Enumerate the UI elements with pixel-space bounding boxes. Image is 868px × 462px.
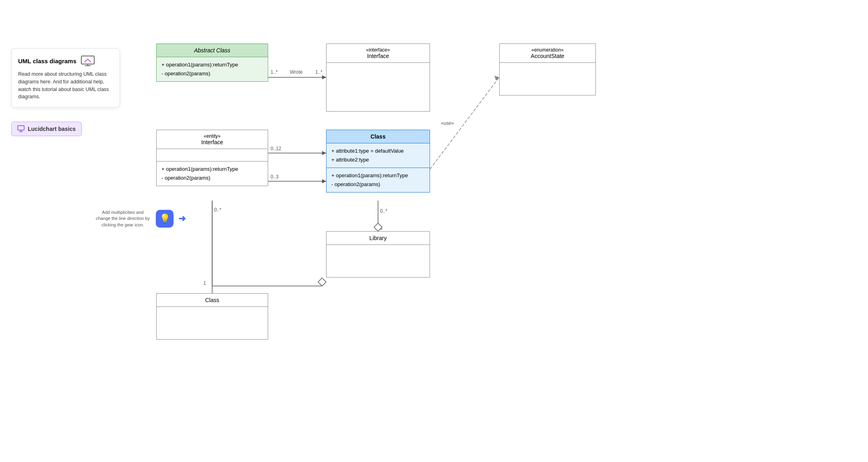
entity-interface-header: «entity» Interface bbox=[157, 130, 268, 149]
hint-lightbulb-icon: 💡 bbox=[156, 210, 174, 228]
abstract-class-header: Abstract Class bbox=[157, 44, 268, 57]
hint-box: Add multiplicities and change the line d… bbox=[95, 209, 186, 228]
monitor-small-icon bbox=[17, 125, 25, 133]
svg-marker-20 bbox=[374, 223, 382, 231]
svg-marker-27 bbox=[494, 76, 499, 81]
info-card-header: UML class diagrams bbox=[18, 55, 113, 66]
interface-top-title: Interface bbox=[331, 53, 425, 59]
enumeration-header: «enumeration» AccountState bbox=[500, 44, 595, 63]
monitor-icon bbox=[81, 55, 95, 66]
abstract-class-title: Abstract Class bbox=[161, 47, 263, 54]
class-blue-title: Class bbox=[331, 133, 425, 140]
svg-text:0..*: 0..* bbox=[214, 207, 221, 213]
hint-arrow-icon: ➜ bbox=[178, 213, 186, 224]
library-header: Library bbox=[327, 232, 430, 245]
lucidchart-basics-label: Lucidchart basics bbox=[28, 126, 76, 132]
entity-interface-ops: + operation1(params):returnType - operat… bbox=[157, 161, 268, 186]
svg-text:1: 1 bbox=[380, 225, 383, 231]
svg-text:0..3: 0..3 bbox=[271, 174, 279, 180]
info-card: UML class diagrams Read more about struc… bbox=[11, 48, 120, 108]
bottom-class-header: Class bbox=[157, 294, 268, 307]
svg-text:Wrote: Wrote bbox=[290, 69, 303, 75]
entity-interface-title: Interface bbox=[161, 139, 263, 145]
connections-svg: 1..* Wrote 1..* 0..12 0..3 0..* 1 0..* 1… bbox=[0, 0, 868, 462]
interface-top-body bbox=[327, 63, 430, 111]
bottom-class-title: Class bbox=[161, 297, 263, 303]
svg-line-26 bbox=[430, 77, 499, 169]
library-body bbox=[327, 245, 430, 277]
lucidchart-basics-button[interactable]: Lucidchart basics bbox=[11, 122, 82, 136]
svg-text:0..12: 0..12 bbox=[271, 146, 281, 151]
bottom-class-body bbox=[157, 307, 268, 339]
svg-rect-0 bbox=[81, 56, 94, 64]
class-blue-header: Class bbox=[327, 130, 430, 143]
bottom-class-box: Class bbox=[156, 293, 268, 340]
svg-text:1..*: 1..* bbox=[315, 69, 322, 75]
svg-marker-12 bbox=[322, 151, 326, 155]
interface-top-stereotype: «interface» bbox=[331, 47, 425, 53]
enumeration-body bbox=[500, 63, 595, 95]
svg-text:0..*: 0..* bbox=[380, 208, 387, 214]
svg-text:1: 1 bbox=[203, 280, 206, 286]
info-card-text: Read more about structuring UML class di… bbox=[18, 70, 113, 101]
interface-top-box: «interface» Interface bbox=[326, 44, 430, 112]
info-card-title: UML class diagrams bbox=[18, 58, 76, 64]
svg-rect-3 bbox=[18, 126, 24, 130]
library-title: Library bbox=[331, 235, 425, 241]
entity-interface-box: «entity» Interface + operation1(params):… bbox=[156, 130, 268, 186]
enumeration-stereotype: «enumeration» bbox=[504, 47, 591, 53]
class-blue-attrs: + attribute1:type = defaultValue + attri… bbox=[327, 143, 430, 168]
svg-marker-15 bbox=[322, 179, 326, 183]
entity-interface-body bbox=[157, 149, 268, 161]
abstract-class-box: Abstract Class + operation1(params):retu… bbox=[156, 44, 268, 82]
svg-text:1..*: 1..* bbox=[271, 69, 278, 75]
library-box: Library bbox=[326, 231, 430, 278]
svg-marker-23 bbox=[318, 278, 326, 286]
hint-text: Add multiplicities and change the line d… bbox=[95, 209, 151, 228]
enumeration-box: «enumeration» AccountState bbox=[499, 44, 596, 95]
interface-top-header: «interface» Interface bbox=[327, 44, 430, 63]
entity-stereotype: «entity» bbox=[161, 133, 263, 139]
abstract-class-body: + operation1(params):returnType - operat… bbox=[157, 57, 268, 81]
svg-marker-7 bbox=[322, 75, 326, 79]
class-blue-box: Class + attribute1:type = defaultValue +… bbox=[326, 130, 430, 193]
class-blue-ops: + operation1(params):returnType - operat… bbox=[327, 168, 430, 192]
svg-text:«use»: «use» bbox=[441, 120, 454, 126]
enumeration-title: AccountState bbox=[504, 53, 591, 59]
